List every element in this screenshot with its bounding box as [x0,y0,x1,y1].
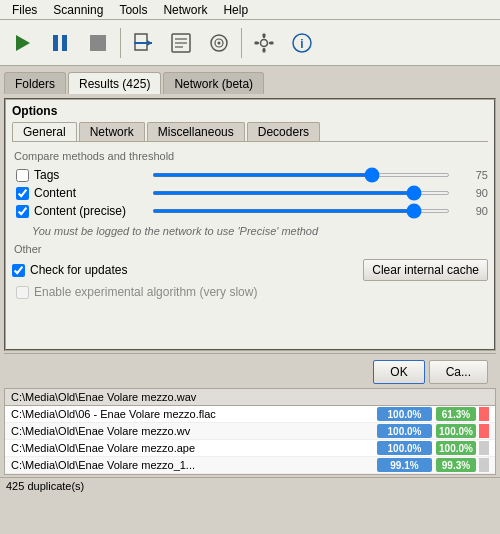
check-updates-checkbox[interactable] [12,264,25,277]
pause-icon [49,32,71,54]
stop-icon [87,32,109,54]
result-header: C:\Media\Old\Enae Volare mezzo.wav [5,389,495,406]
toolbar-separator-2 [241,28,242,58]
menubar: Files Scanning Tools Network Help [0,0,500,20]
menu-scanning[interactable]: Scanning [45,1,111,19]
inner-tab-network[interactable]: Network [79,122,145,141]
result-path-1: C:\Media\Old\Enae Volare mezzo.wv [11,425,377,437]
menu-network[interactable]: Network [155,1,215,19]
experimental-checkbox[interactable] [16,286,29,299]
scan-icon [132,32,154,54]
status-text: 425 duplicate(s) [6,480,84,492]
result-row-1[interactable]: C:\Media\Old\Enae Volare mezzo.wv 100.0%… [5,423,495,440]
content-precise-slider[interactable] [152,209,450,213]
content-label: Content [34,186,144,200]
inner-tab-general[interactable]: General [12,122,77,141]
inner-tabs: General Network Miscellaneous Decoders [12,122,488,142]
menu-help[interactable]: Help [215,1,256,19]
experimental-label: Enable experimental algorithm (very slow… [34,285,257,299]
svg-rect-16 [263,48,266,52]
toolbar-separator-1 [120,28,121,58]
tab-folders[interactable]: Folders [4,72,66,94]
warning-text: You must be logged to the network to use… [12,222,488,243]
dialog-buttons: OK Ca... [4,353,496,388]
menu-files[interactable]: Files [4,1,45,19]
play-button[interactable] [4,25,40,61]
svg-rect-2 [62,35,67,51]
fingerprint-button[interactable] [201,25,237,61]
svg-rect-17 [255,41,259,44]
result-pct-2: 100.0% [436,441,476,455]
inner-tab-misc[interactable]: Miscellaneous [147,122,245,141]
toolbar: i [0,20,500,66]
tags-label: Tags [34,168,144,182]
fingerprint-icon [208,32,230,54]
experimental-row: Enable experimental algorithm (very slow… [12,285,488,299]
svg-text:i: i [300,36,303,50]
result-side-1 [479,424,489,438]
cancel-button[interactable]: Ca... [429,360,488,384]
menu-tools[interactable]: Tools [111,1,155,19]
tab-network[interactable]: Network (beta) [163,72,264,94]
result-pct-0: 61.3% [436,407,476,421]
result-pct-1: 100.0% [436,424,476,438]
svg-marker-0 [16,35,30,51]
svg-point-13 [218,41,221,44]
settings-button[interactable] [246,25,282,61]
results-area: C:\Media\Old\Enae Volare mezzo.wav C:\Me… [4,388,496,475]
svg-rect-18 [270,41,274,44]
clear-cache-button[interactable]: Clear internal cache [363,259,488,281]
svg-rect-1 [53,35,58,51]
tags-row: Tags 75 [12,168,488,182]
result-row-0[interactable]: C:\Media\Old\06 - Enae Volare mezzo.flac… [5,406,495,423]
content-precise-value: 90 [458,205,488,217]
other-row: Check for updates Clear internal cache [12,259,488,281]
result-pct-3: 99.3% [436,458,476,472]
tags-checkbox[interactable] [16,169,29,182]
content-slider[interactable] [152,191,450,195]
svg-rect-3 [90,35,106,51]
content-checkbox[interactable] [16,187,29,200]
result-bar1-3: 99.1% [377,458,432,472]
tags-value: 75 [458,169,488,181]
result-bar1-1: 100.0% [377,424,432,438]
result-side-0 [479,407,489,421]
results-icon [170,32,192,54]
status-bar: 425 duplicate(s) [0,477,500,495]
svg-marker-6 [147,40,152,46]
content-precise-label: Content (precise) [34,204,144,218]
other-section-label: Other [12,243,488,255]
compare-section-label: Compare methods and threshold [12,150,488,162]
result-path-0: C:\Media\Old\06 - Enae Volare mezzo.flac [11,408,377,420]
result-side-2 [479,441,489,455]
result-side-3 [479,458,489,472]
result-row-2[interactable]: C:\Media\Old\Enae Volare mezzo.ape 100.0… [5,440,495,457]
tags-slider[interactable] [152,173,450,177]
content-row: Content 90 [12,186,488,200]
results-button[interactable] [163,25,199,61]
main-tabs: Folders Results (425) Network (beta) [0,66,500,94]
spacer [12,303,488,343]
content-precise-row: Content (precise) 90 [12,204,488,218]
inner-tab-decoders[interactable]: Decoders [247,122,320,141]
scan-button[interactable] [125,25,161,61]
info-button[interactable]: i [284,25,320,61]
result-path-2: C:\Media\Old\Enae Volare mezzo.ape [11,442,377,454]
pause-button[interactable] [42,25,78,61]
settings-icon [253,32,275,54]
options-title: Options [12,104,488,118]
svg-point-14 [261,39,268,46]
result-bar1-2: 100.0% [377,441,432,455]
tab-results[interactable]: Results (425) [68,72,161,94]
content-value: 90 [458,187,488,199]
ok-button[interactable]: OK [373,360,424,384]
result-row-3[interactable]: C:\Media\Old\Enae Volare mezzo_1... 99.1… [5,457,495,474]
stop-button[interactable] [80,25,116,61]
result-bar1-0: 100.0% [377,407,432,421]
result-path-3: C:\Media\Old\Enae Volare mezzo_1... [11,459,377,471]
content-precise-checkbox[interactable] [16,205,29,218]
check-updates-label: Check for updates [30,263,127,277]
play-icon [11,32,33,54]
svg-rect-15 [263,33,266,37]
info-icon: i [291,32,313,54]
